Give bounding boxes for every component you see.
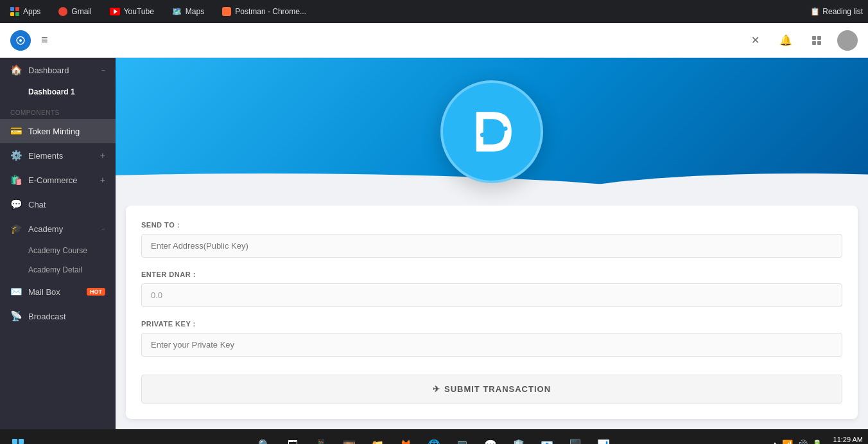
taskbar-right: ∧ 📶 🔊 🔋 11:29 AM 12/23/2021: [772, 435, 863, 444]
dnar-input[interactable]: [141, 283, 842, 307]
taskbar-teams-button[interactable]: 🎞️: [336, 432, 362, 444]
tab-youtube[interactable]: YouTube: [105, 4, 159, 19]
sidebar-item-dashboard[interactable]: 🏠 Dashboard −: [0, 58, 116, 82]
chat-icon: 💬: [10, 199, 22, 210]
sidebar-item-elements[interactable]: ⚙️ Elements +: [0, 143, 116, 168]
user-avatar[interactable]: [837, 30, 858, 51]
vscode-icon: 💻: [456, 439, 469, 445]
close-icon-btn[interactable]: ✕: [745, 30, 765, 51]
academy-arrow-icon: −: [101, 226, 105, 233]
bell-icon-btn[interactable]: 🔔: [776, 30, 796, 51]
sidebar-sub-academy-detail[interactable]: Academy Detail: [0, 260, 116, 280]
volume-icon: 🔊: [797, 440, 808, 444]
ecommerce-icon: 🛍️: [10, 174, 22, 186]
taskbar-widgets-button[interactable]: 📱: [308, 432, 334, 444]
gmail-icon: [58, 7, 67, 16]
taskbar-clock[interactable]: 11:29 AM 12/23/2021: [828, 435, 863, 444]
sidebar-item-chat[interactable]: 💬 Chat: [0, 192, 116, 217]
sidebar-sub-academy-course[interactable]: Academy Course: [0, 241, 116, 260]
token-icon: 💳: [10, 125, 22, 137]
tab-postman[interactable]: Postman - Chrome...: [217, 4, 311, 19]
academy-icon: 🎓: [10, 223, 22, 235]
youtube-tab-label: YouTube: [124, 7, 154, 16]
presentation-icon: 📊: [597, 439, 610, 445]
submit-transaction-button[interactable]: ✈ SUBMIT TRANSACTION: [141, 375, 842, 404]
taskbar-skype-button[interactable]: 💬: [478, 432, 503, 444]
taskbar-presentation-button[interactable]: 📊: [591, 432, 616, 444]
sidebar-dashboard-label: Dashboard: [28, 66, 95, 75]
send-to-input[interactable]: [141, 234, 842, 258]
grid-icon: [812, 36, 821, 45]
taskbar-task-view-button[interactable]: 🗔: [280, 432, 306, 444]
reading-list-button[interactable]: 📋 Reading list: [810, 7, 863, 16]
svg-point-1: [19, 39, 22, 42]
chevron-icon: −: [101, 67, 105, 74]
tab-apps[interactable]: Apps: [5, 4, 46, 19]
submit-icon: ✈: [433, 384, 440, 394]
maps-icon: 🗺️: [172, 7, 182, 16]
reading-list-icon: 📋: [810, 7, 820, 16]
taskbar-center-icons: 🔍 🗔 📱 🎞️ 📁 🦊 🌐 💻 💬 🛡️ 📧: [252, 432, 616, 444]
submit-label: SUBMIT TRANSACTION: [444, 384, 551, 394]
broadcast-icon: 📡: [10, 310, 22, 322]
mail-icon: ✉️: [10, 286, 22, 297]
menu-toggle-button[interactable]: ≡: [41, 33, 48, 47]
sidebar-item-ecommerce[interactable]: 🛍️ E-Commerce +: [0, 168, 116, 192]
widgets-icon: 📱: [315, 439, 327, 445]
windows-start-button[interactable]: [5, 432, 31, 444]
skype-icon: 💬: [484, 439, 497, 445]
sidebar-chat-label: Chat: [28, 200, 105, 209]
firefox-icon: 🦊: [399, 439, 412, 445]
chevron-up-icon[interactable]: ∧: [772, 440, 778, 444]
sidebar-ecommerce-label: E-Commerce: [28, 175, 94, 185]
token-logo: [440, 80, 543, 183]
transaction-form-card: SEND TO : Enter DNAR : PRIVATE KEY : ✈ S…: [126, 206, 858, 419]
sidebar-item-token-minting[interactable]: 💳 Token Minting: [0, 119, 116, 143]
hot-badge: HOT: [87, 288, 105, 296]
sidebar-item-broadcast[interactable]: 📡 Broadcast: [0, 304, 116, 328]
tab-maps[interactable]: 🗺️ Maps: [167, 4, 209, 19]
gmail-tab-label: Gmail: [71, 7, 91, 16]
taskbar-explorer-button[interactable]: 📁: [365, 432, 390, 444]
mail-taskbar-icon: 📧: [541, 439, 553, 445]
send-to-label: SEND TO :: [141, 221, 842, 229]
sidebar-item-academy[interactable]: 🎓 Academy −: [0, 217, 116, 241]
postman-icon: [222, 7, 231, 16]
taskbar-chrome-button[interactable]: 🌐: [421, 432, 447, 444]
task-view-icon: 🗔: [288, 439, 298, 444]
sidebar-sub-dashboard1[interactable]: Dashboard 1: [0, 82, 116, 102]
taskbar-mail-button[interactable]: 📧: [534, 432, 560, 444]
search-icon: 🔍: [258, 439, 271, 445]
taskbar-security-button[interactable]: 🛡️: [506, 432, 532, 444]
sidebar: 🏠 Dashboard − Dashboard 1 Components 💳 T…: [0, 58, 116, 429]
taskbar-firefox-button[interactable]: 🦊: [393, 432, 419, 444]
components-section-label: Components: [0, 102, 116, 119]
topbar-actions: ✕ 🔔: [745, 30, 858, 51]
private-key-input[interactable]: [141, 333, 842, 357]
private-key-label: PRIVATE KEY :: [141, 320, 842, 328]
sys-tray-icons: ∧ 📶 🔊 🔋: [772, 440, 822, 444]
bell-icon: 🔔: [779, 34, 792, 46]
reading-list-label: Reading list: [822, 7, 863, 16]
token-banner: [116, 58, 868, 206]
windows-logo-icon: [12, 439, 24, 444]
home-icon: 🏠: [10, 64, 22, 76]
grid-icon-btn[interactable]: [806, 30, 827, 51]
app-window: ≡ ✕ 🔔 🏠 D: [0, 23, 868, 429]
monitor-icon: 🖥️: [569, 439, 582, 445]
postman-tab-label: Postman - Chrome...: [235, 7, 306, 16]
security-icon: 🛡️: [512, 439, 525, 445]
elements-icon: ⚙️: [10, 150, 22, 161]
wifi-icon: 📶: [782, 440, 793, 444]
taskbar: 🔍 🗔 📱 🎞️ 📁 🦊 🌐 💻 💬 🛡️ 📧: [0, 429, 868, 444]
explorer-icon: 📁: [371, 439, 384, 445]
taskbar-vscode-button[interactable]: 💻: [449, 432, 475, 444]
taskbar-monitor-button[interactable]: 🖥️: [562, 432, 588, 444]
teams-icon: 🎞️: [343, 439, 356, 445]
apps-tab-label: Apps: [23, 7, 40, 16]
browser-bar: Apps Gmail YouTube 🗺️ Maps Postman - Chr…: [0, 0, 868, 23]
tab-gmail[interactable]: Gmail: [53, 4, 96, 19]
sidebar-item-mailbox[interactable]: ✉️ Mail Box HOT: [0, 280, 116, 304]
taskbar-search-button[interactable]: 🔍: [252, 432, 277, 444]
sidebar-elements-label: Elements: [28, 151, 94, 161]
